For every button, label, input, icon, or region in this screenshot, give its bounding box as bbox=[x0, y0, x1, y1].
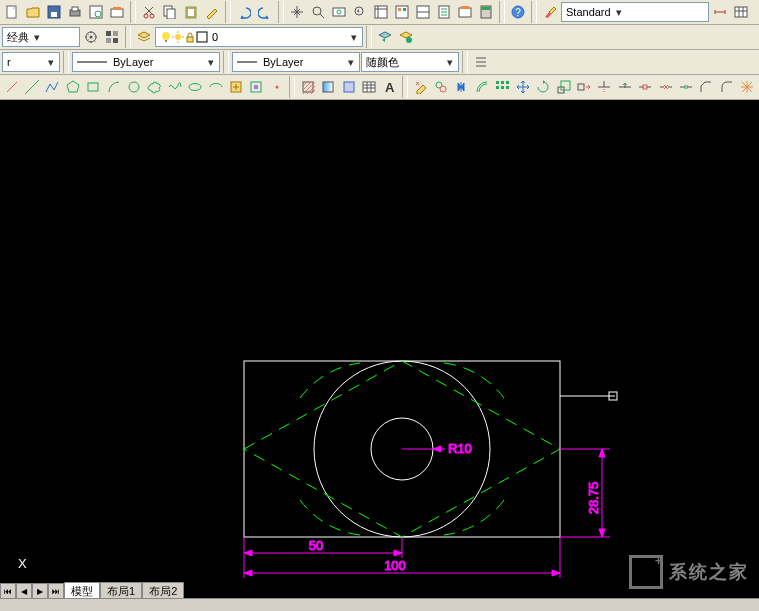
move-icon[interactable] bbox=[513, 77, 532, 97]
stretch-icon[interactable] bbox=[574, 77, 593, 97]
svg-point-14 bbox=[313, 7, 321, 15]
svg-line-45 bbox=[25, 80, 39, 94]
trim-icon[interactable] bbox=[595, 77, 614, 97]
tab-last-icon[interactable]: ⏭ bbox=[48, 583, 64, 599]
spline-icon[interactable] bbox=[165, 77, 184, 97]
publish-icon[interactable] bbox=[107, 2, 127, 22]
zoom-realtime-icon[interactable] bbox=[308, 2, 328, 22]
workspace-value: 经典 bbox=[7, 30, 29, 45]
print-preview-icon[interactable] bbox=[86, 2, 106, 22]
offset-icon[interactable] bbox=[472, 77, 491, 97]
match-prop-icon[interactable] bbox=[202, 2, 222, 22]
chamfer-icon[interactable] bbox=[697, 77, 716, 97]
brush-icon[interactable] bbox=[540, 2, 560, 22]
svg-rect-64 bbox=[501, 86, 504, 89]
svg-point-36 bbox=[162, 32, 170, 40]
break-point-icon[interactable] bbox=[635, 77, 654, 97]
workspace-dash-icon[interactable] bbox=[102, 27, 122, 47]
table-style-icon[interactable] bbox=[731, 2, 751, 22]
scale-icon[interactable] bbox=[554, 77, 573, 97]
zoom-previous-icon[interactable] bbox=[350, 2, 370, 22]
zoom-window-icon[interactable] bbox=[329, 2, 349, 22]
sun-icon bbox=[172, 31, 184, 43]
tab-first-icon[interactable]: ⏮ bbox=[0, 583, 16, 599]
linetype-dropdown[interactable]: ByLayer ▾ bbox=[72, 52, 220, 72]
table-icon[interactable] bbox=[360, 77, 379, 97]
fillet-icon[interactable] bbox=[717, 77, 736, 97]
help-icon[interactable]: ? bbox=[508, 2, 528, 22]
make-block-icon[interactable] bbox=[247, 77, 266, 97]
point-icon[interactable] bbox=[267, 77, 286, 97]
svg-rect-32 bbox=[106, 31, 111, 36]
copy-icon[interactable] bbox=[160, 2, 180, 22]
explode-icon[interactable] bbox=[737, 77, 756, 97]
array-icon[interactable] bbox=[493, 77, 512, 97]
lineweight-dropdown[interactable]: ByLayer ▾ bbox=[232, 52, 360, 72]
svg-point-52 bbox=[275, 86, 278, 89]
print-icon[interactable] bbox=[65, 2, 85, 22]
insert-block-icon[interactable] bbox=[226, 77, 245, 97]
mtext-icon[interactable]: A bbox=[380, 77, 399, 97]
undo-icon[interactable] bbox=[234, 2, 254, 22]
ellipse-icon[interactable] bbox=[186, 77, 205, 97]
svg-point-59 bbox=[440, 86, 446, 92]
hatch-icon[interactable] bbox=[298, 77, 317, 97]
paste-icon[interactable] bbox=[181, 2, 201, 22]
svg-rect-51 bbox=[254, 85, 258, 89]
ellipse-arc-icon[interactable] bbox=[206, 77, 225, 97]
markup-icon[interactable] bbox=[455, 2, 475, 22]
open-icon[interactable] bbox=[23, 2, 43, 22]
workspace-settings-icon[interactable] bbox=[81, 27, 101, 47]
tab-prev-icon[interactable]: ◀ bbox=[16, 583, 32, 599]
gradient-icon[interactable] bbox=[319, 77, 338, 97]
revcloud-icon[interactable] bbox=[145, 77, 164, 97]
dim-style-icon[interactable] bbox=[710, 2, 730, 22]
join-icon[interactable] bbox=[676, 77, 695, 97]
workspace-dropdown[interactable]: 经典 ▾ bbox=[2, 27, 80, 47]
calc-icon[interactable] bbox=[476, 2, 496, 22]
extend-icon[interactable] bbox=[615, 77, 634, 97]
tab-layout1[interactable]: 布局1 bbox=[100, 582, 142, 599]
erase-icon[interactable] bbox=[411, 77, 430, 97]
plotstyle-dropdown[interactable]: 随颜色 ▾ bbox=[361, 52, 459, 72]
xline-icon[interactable] bbox=[22, 77, 41, 97]
arc-icon[interactable] bbox=[104, 77, 123, 97]
polygon-icon[interactable] bbox=[63, 77, 82, 97]
save-icon[interactable] bbox=[44, 2, 64, 22]
rectangle-icon[interactable] bbox=[84, 77, 103, 97]
layer-manager-icon[interactable] bbox=[134, 27, 154, 47]
dim-100: 100 bbox=[384, 558, 406, 573]
line-sample-icon bbox=[237, 60, 257, 64]
color-dropdown[interactable]: r ▾ bbox=[2, 52, 60, 72]
line-sample-icon bbox=[77, 60, 107, 64]
copy-obj-icon[interactable] bbox=[432, 77, 451, 97]
mirror-icon[interactable] bbox=[452, 77, 471, 97]
tab-next-icon[interactable]: ▶ bbox=[32, 583, 48, 599]
text-style-dropdown[interactable]: Standard ▾ bbox=[561, 2, 709, 22]
circle-icon[interactable] bbox=[124, 77, 143, 97]
layer-dropdown[interactable]: 0 ▾ bbox=[155, 27, 363, 47]
design-center-icon[interactable] bbox=[392, 2, 412, 22]
rotate-icon[interactable] bbox=[533, 77, 552, 97]
chevron-down-icon: ▾ bbox=[348, 29, 360, 45]
properties-icon[interactable] bbox=[371, 2, 391, 22]
chevron-down-icon: ▾ bbox=[31, 29, 43, 45]
list-icon[interactable] bbox=[471, 52, 491, 72]
pan-icon[interactable] bbox=[287, 2, 307, 22]
redo-icon[interactable] bbox=[255, 2, 275, 22]
tab-layout2[interactable]: 布局2 bbox=[142, 582, 184, 599]
tab-model[interactable]: 模型 bbox=[64, 582, 100, 599]
layer-state-icon[interactable] bbox=[396, 27, 416, 47]
region-icon[interactable] bbox=[339, 77, 358, 97]
break-icon[interactable] bbox=[656, 77, 675, 97]
line-icon[interactable] bbox=[2, 77, 21, 97]
sheet-set-icon[interactable] bbox=[434, 2, 454, 22]
tool-palettes-icon[interactable] bbox=[413, 2, 433, 22]
new-icon[interactable] bbox=[2, 2, 22, 22]
plotstyle-value: 随颜色 bbox=[366, 55, 399, 70]
cut-icon[interactable] bbox=[139, 2, 159, 22]
drawing-canvas[interactable]: R10 50 bbox=[0, 100, 759, 611]
layer-previous-icon[interactable] bbox=[375, 27, 395, 47]
horizontal-scrollbar[interactable] bbox=[0, 598, 759, 611]
pline-icon[interactable] bbox=[43, 77, 62, 97]
